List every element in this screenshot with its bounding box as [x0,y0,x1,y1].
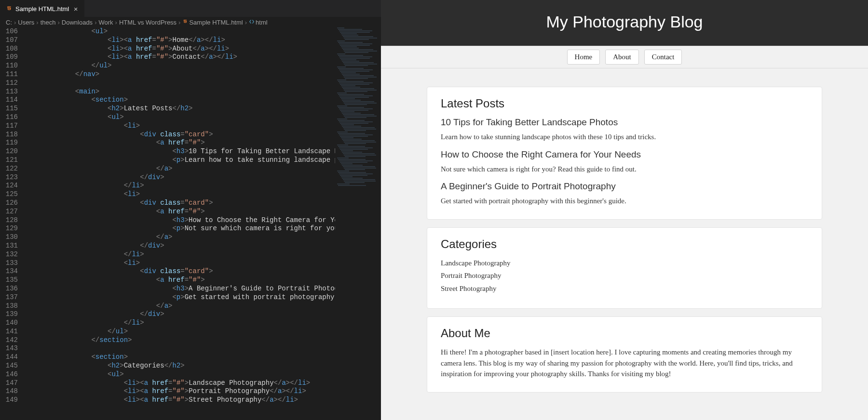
breadcrumb[interactable]: C:›Users›thech›Downloads›Work›HTML vs Wo… [0,17,381,27]
about-card: About Me Hi there! I'm a photographer ba… [427,316,822,393]
html-file-icon [182,19,188,25]
code-line[interactable]: <section> [27,353,381,362]
chevron-right-icon: › [36,19,38,26]
code-line[interactable]: </section> [27,336,381,345]
post-excerpt: Get started with portrait photography wi… [441,196,808,207]
close-icon[interactable]: × [72,5,80,13]
code-line[interactable]: </nav> [27,70,381,79]
code-line[interactable]: <li><a href="#">Landscape Photography</a… [27,379,381,388]
chevron-right-icon: › [245,19,247,26]
code-line[interactable]: <p>Get started with portrait photography… [27,293,381,302]
blog-title: My Photography Blog [381,13,868,31]
code-line[interactable]: <ul> [27,370,381,379]
line-number-gutter: 1061071081091101111121131141151161171181… [0,27,27,420]
code-line[interactable] [27,344,381,353]
chevron-right-icon: › [57,19,59,26]
code-line[interactable]: </li> [27,250,381,259]
code-line[interactable]: <main> [27,88,381,96]
chevron-right-icon: › [115,19,117,26]
code-line[interactable]: <li><a href="#">Portrait Photography</a>… [27,387,381,396]
breadcrumb-item[interactable]: Downloads [62,19,93,26]
post-title[interactable]: A Beginner's Guide to Portrait Photograp… [441,181,808,192]
code-line[interactable]: <p>Learn how to take stunning landscape … [27,156,381,165]
code-line[interactable]: <h3>A Beginner's Guide to Portrait Photo… [27,285,381,293]
code-area[interactable]: 1061071081091101111121131141151161171181… [0,27,381,420]
code-line[interactable]: <li> [27,190,381,199]
post-excerpt: Not sure which camera is right for you? … [441,164,808,175]
code-line[interactable]: <h2>Latest Posts</h2> [27,105,381,113]
code-line[interactable]: <li><a href="#">Street Photography</a></… [27,396,381,405]
code-line[interactable]: <li> [27,122,381,131]
code-line[interactable]: </div> [27,242,381,250]
code-line[interactable]: </li> [27,319,381,328]
about-heading: About Me [441,327,808,340]
categories-heading: Categories [441,237,808,251]
code-line[interactable]: <p>Not sure which camera is right for yo… [27,224,381,233]
chevron-right-icon: › [95,19,96,26]
posts-list: 10 Tips for Taking Better Landscape Phot… [441,117,808,207]
code-content[interactable]: <ul> <li><a href="#">Home</a></li> <li><… [27,27,381,420]
blog-header: My Photography Blog [381,0,868,46]
code-line[interactable]: </div> [27,173,381,182]
code-line[interactable]: <a href="#"> [27,139,381,147]
code-line[interactable]: </a> [27,233,381,242]
editor-tab-bar: Sample HTML.html × [0,0,381,17]
breadcrumb-item[interactable]: Sample HTML.html [182,19,243,26]
blog-nav: HomeAboutContact [381,46,868,68]
nav-about-button[interactable]: About [605,50,639,65]
code-line[interactable]: </ul> [27,62,381,70]
code-line[interactable]: <li> [27,259,381,268]
code-line[interactable]: </a> [27,302,381,311]
post-title[interactable]: How to Choose the Right Camera for Your … [441,149,808,160]
code-line[interactable]: </a> [27,165,381,173]
code-line[interactable]: <div class="card"> [27,199,381,208]
minimap[interactable] [335,27,381,420]
code-line[interactable]: <div class="card"> [27,131,381,139]
blog-body: Latest Posts 10 Tips for Taking Better L… [381,68,868,420]
breadcrumb-item[interactable]: HTML vs WordPress [119,19,176,26]
chevron-right-icon: › [178,19,180,26]
editor-tab[interactable]: Sample HTML.html × [0,0,84,17]
code-line[interactable]: <ul> [27,113,381,122]
code-line[interactable]: </ul> [27,328,381,336]
code-line[interactable]: <li><a href="#">Contact</a></li> [27,53,381,62]
breadcrumb-item[interactable]: Users [18,19,34,26]
breadcrumb-item[interactable]: html [249,19,268,26]
code-line[interactable]: <h3>10 Tips for Taking Better Landscape … [27,147,381,156]
code-line[interactable]: <h2>Categories</h2> [27,362,381,370]
code-line[interactable]: <a href="#"> [27,208,381,216]
post-title[interactable]: 10 Tips for Taking Better Landscape Phot… [441,117,808,128]
code-editor-pane: Sample HTML.html × C:›Users›thech›Downlo… [0,0,381,420]
latest-posts-heading: Latest Posts [441,97,808,110]
chevron-right-icon: › [14,19,16,26]
code-line[interactable]: <div class="card"> [27,267,381,276]
category-item[interactable]: Portrait Photography [441,270,808,281]
nav-home-button[interactable]: Home [567,50,600,65]
breadcrumb-item[interactable]: thech [41,19,56,26]
code-line[interactable]: <li><a href="#">Home</a></li> [27,36,381,45]
code-line[interactable]: <h3>How to Choose the Right Camera for Y… [27,216,381,225]
latest-posts-card: Latest Posts 10 Tips for Taking Better L… [427,87,822,220]
categories-list: Landscape PhotographyPortrait Photograph… [441,258,808,294]
editor-tab-title: Sample HTML.html [15,5,69,13]
html-file-icon [6,5,13,12]
nav-contact-button[interactable]: Contact [644,50,682,65]
code-line[interactable] [27,79,381,88]
code-line[interactable]: <section> [27,96,381,105]
categories-card: Categories Landscape PhotographyPortrait… [427,227,822,309]
about-body: Hi there! I'm a photographer based in [i… [441,347,808,380]
category-item[interactable]: Street Photography [441,283,808,294]
code-line[interactable]: </div> [27,310,381,319]
code-line[interactable]: <li><a href="#">About</a></li> [27,45,381,53]
code-line[interactable]: <a href="#"> [27,276,381,285]
breadcrumb-item[interactable]: Work [98,19,113,26]
post-excerpt: Learn how to take stunning landscape pho… [441,131,808,143]
breadcrumb-item[interactable]: C: [6,19,12,26]
preview-pane[interactable]: My Photography Blog HomeAboutContact Lat… [381,0,868,420]
category-item[interactable]: Landscape Photography [441,258,808,269]
code-line[interactable]: </li> [27,182,381,190]
code-element-icon [249,19,255,25]
code-line[interactable]: <ul> [27,27,381,36]
